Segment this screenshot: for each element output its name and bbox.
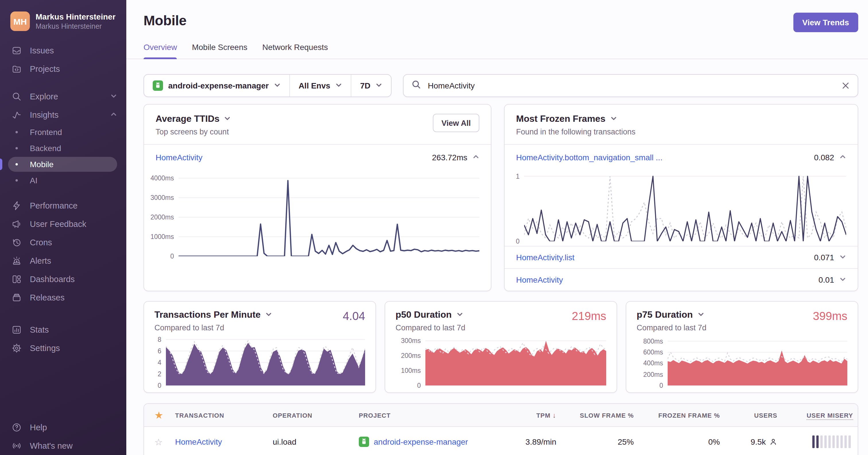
users-cell: 9.5k — [724, 437, 782, 446]
sidebar-item-dashboards[interactable]: Dashboards — [0, 270, 126, 288]
average-ttids-title-dropdown[interactable]: Average TTIDs — [156, 114, 231, 124]
lightning-icon — [11, 200, 22, 211]
sidebar-item-frontend[interactable]: Frontend — [0, 124, 126, 140]
p75-y-axis: 800ms600ms400ms200ms0 — [637, 338, 668, 386]
sidebar-item-projects[interactable]: Projects — [0, 60, 126, 78]
favorites-column-star-icon[interactable]: ★ — [144, 410, 170, 420]
column-header-operation[interactable]: OPERATION — [268, 411, 354, 419]
dashboards-icon — [11, 274, 22, 284]
sidebar-item-explore[interactable]: Explore — [0, 87, 126, 106]
sidebar-item-backend[interactable]: Backend — [0, 140, 126, 156]
environment-filter[interactable]: All Envs — [289, 75, 351, 96]
chevron-down-icon — [375, 81, 382, 90]
expand-chevron-down-icon[interactable] — [839, 253, 846, 262]
tpm-chart — [166, 338, 365, 386]
sidebar-item-label: Crons — [30, 238, 117, 247]
sidebar-item-mobile[interactable]: Mobile — [0, 156, 126, 172]
sidebar-item-label: What's new — [30, 441, 117, 450]
view-all-button[interactable]: View All — [433, 114, 479, 132]
bullet-icon — [11, 143, 22, 153]
collapse-chevron-up-icon[interactable] — [839, 153, 846, 162]
view-trends-button[interactable]: View Trends — [793, 12, 858, 32]
chevron-down-icon — [274, 81, 281, 90]
content-area: android-expense-manager All Envs 7D — [126, 59, 868, 455]
org-switcher[interactable]: MH Markus Hintersteiner Markus Hinterste… — [10, 11, 117, 31]
tab-overview[interactable]: Overview — [144, 42, 177, 59]
search-bar[interactable] — [403, 74, 858, 97]
column-header-project[interactable]: PROJECT — [354, 411, 498, 419]
column-header-user-misery[interactable]: USER MISERY — [782, 411, 858, 419]
column-header-tpm[interactable]: TPM ↓ — [498, 411, 561, 419]
top-cards-row: Average TTIDs Top screens by count View … — [144, 104, 858, 291]
sidebar-item-label: Settings — [30, 344, 117, 353]
sidebar-item-user-feedback[interactable]: User Feedback — [0, 215, 126, 233]
sidebar-item-ai[interactable]: AI — [0, 172, 126, 189]
favorite-star-icon[interactable]: ☆ — [144, 436, 170, 447]
sidebar-item-alerts[interactable]: Alerts — [0, 252, 126, 270]
tpm-cell: 3.89/min — [498, 437, 561, 446]
most-frozen-frames-title-dropdown[interactable]: Most Frozen Frames — [516, 114, 636, 124]
sidebar-item-issues[interactable]: Issues — [0, 41, 126, 60]
sidebar-item-label: Frontend — [30, 127, 117, 137]
user-icon — [769, 438, 777, 446]
sidebar-item-label: Alerts — [30, 256, 117, 265]
bullet-icon — [11, 159, 22, 169]
sidebar-item-whats-new[interactable]: What's new — [0, 436, 126, 455]
date-range-filter[interactable]: 7D — [351, 75, 391, 96]
frozen-y-axis: 10 — [509, 172, 524, 241]
tpm-card: Transactions Per Minute 4.04 Compared to… — [144, 301, 376, 393]
transaction-link[interactable]: HomeActivity.list — [516, 253, 575, 262]
sidebar-item-label: Issues — [30, 46, 117, 55]
sidebar-item-crons[interactable]: Crons — [0, 233, 126, 252]
chevron-down-icon — [698, 310, 704, 320]
android-platform-icon — [153, 80, 163, 91]
most-frozen-frames-card: Most Frozen Frames Found in the followin… — [504, 104, 858, 291]
tpm-title-dropdown[interactable]: Transactions Per Minute — [154, 310, 365, 320]
transaction-link[interactable]: HomeActivity.bottom_navigation_small ... — [516, 153, 662, 162]
page-title: Mobile — [144, 12, 187, 29]
project-link[interactable]: android-expense-manager — [374, 437, 468, 446]
sidebar-item-settings[interactable]: Settings — [0, 339, 126, 357]
collapse-chevron-up-icon[interactable] — [472, 153, 479, 162]
column-header-frozen-frame[interactable]: FROZEN FRAME % — [639, 411, 724, 419]
sidebar-item-label: Explore — [30, 92, 102, 101]
sidebar-item-performance[interactable]: Performance — [0, 197, 126, 215]
sidebar-item-label: Dashboards — [30, 275, 117, 284]
column-header-users[interactable]: USERS — [724, 411, 782, 419]
project-filter[interactable]: android-expense-manager — [144, 75, 289, 96]
p50-chart — [425, 338, 606, 386]
card-subtitle: Compared to last 7d — [396, 323, 606, 332]
table-header-row: ★ TRANSACTION OPERATION PROJECT TPM ↓ SL… — [144, 404, 858, 427]
sidebar-item-releases[interactable]: Releases — [0, 288, 126, 307]
bullet-icon — [11, 175, 22, 186]
transaction-link[interactable]: HomeActivity — [175, 437, 222, 446]
app-root: MH Markus Hintersteiner Markus Hinterste… — [0, 0, 868, 455]
sidebar-item-label: Help — [30, 423, 117, 432]
frozen-transaction-row: HomeActivity 0.01 — [505, 269, 858, 291]
sidebar-nav: Issues Projects Explore Insights Fronten… — [0, 41, 126, 357]
p50-chart-area: 300ms200ms100ms0 — [396, 338, 606, 386]
search-input[interactable] — [427, 80, 836, 91]
p75-value: 399ms — [813, 310, 847, 323]
transaction-link[interactable]: HomeActivity — [516, 275, 563, 284]
sidebar-item-insights[interactable]: Insights — [0, 106, 126, 124]
frozen-frames-chart — [524, 172, 846, 241]
tab-bar: Overview Mobile Screens Network Requests — [126, 42, 868, 59]
card-subtitle: Top screens by count — [156, 127, 231, 136]
expand-chevron-down-icon[interactable] — [839, 275, 846, 284]
sidebar-item-help[interactable]: Help — [0, 418, 126, 436]
active-indicator — [0, 159, 2, 170]
column-header-transaction[interactable]: TRANSACTION — [170, 411, 268, 419]
transaction-link[interactable]: HomeActivity — [156, 153, 203, 162]
sidebar-item-label: Insights — [30, 110, 102, 119]
sidebar-item-stats[interactable]: Stats — [0, 320, 126, 339]
ttid-transaction-row: HomeActivity 263.72ms — [144, 145, 491, 170]
chevron-down-icon — [110, 92, 117, 101]
projects-icon — [11, 64, 22, 74]
chevron-down-icon — [265, 310, 272, 320]
tab-mobile-screens[interactable]: Mobile Screens — [192, 42, 247, 59]
clear-search-icon[interactable] — [842, 82, 849, 90]
column-header-slow-frame[interactable]: SLOW FRAME % — [561, 411, 639, 419]
tab-network-requests[interactable]: Network Requests — [262, 42, 328, 59]
broadcast-icon — [11, 440, 22, 451]
